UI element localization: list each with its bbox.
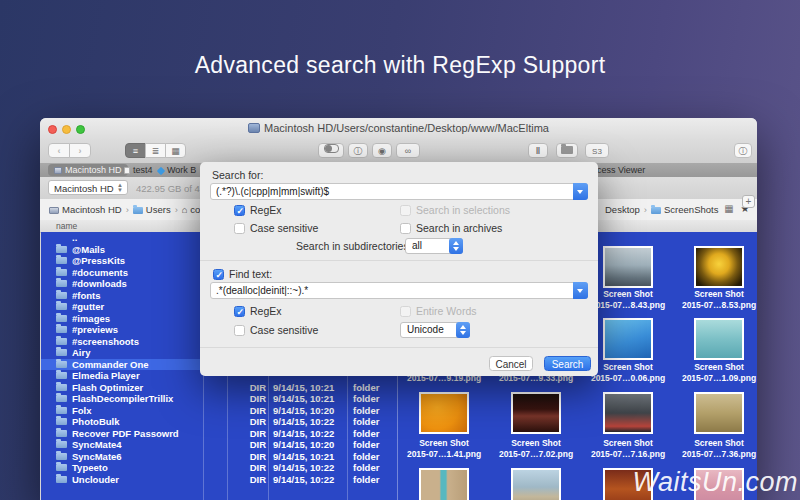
forward-button[interactable]: › (69, 143, 91, 158)
drive-selector[interactable]: Macintosh HD ▲▼ (48, 180, 128, 195)
search-in-selections-checkbox: Search in selections (400, 204, 510, 216)
find-text-checkbox[interactable]: Find text: (213, 268, 272, 280)
search-button[interactable]: Search (544, 356, 591, 371)
list-view-icon[interactable]: ≡ (125, 143, 146, 158)
canyon-photo[interactable] (419, 468, 469, 500)
folder-icon (56, 338, 67, 345)
file-name: Commander One (72, 359, 149, 371)
regex-checkbox[interactable]: RegEx (234, 204, 282, 216)
blue-person-photo[interactable] (603, 318, 653, 360)
file-size: DIR (227, 382, 266, 394)
checkbox-icon (400, 306, 411, 317)
file-kind: folder (353, 474, 379, 486)
file-row[interactable]: UnclouderDIR9/14/15, 10:22folder (41, 474, 397, 486)
file-row[interactable]: SyncMate4DIR9/14/15, 10:20folder (41, 439, 397, 451)
landscape-photo[interactable] (511, 468, 561, 500)
cancel-button[interactable]: Cancel (489, 356, 533, 371)
disk-icon (248, 123, 260, 133)
folder-icon (56, 361, 67, 368)
regex2-checkbox[interactable]: RegEx (234, 305, 282, 317)
folder-icon (56, 280, 67, 287)
swimmer-photo[interactable] (694, 318, 744, 360)
search-in-archives-checkbox[interactable]: Search in archives (400, 222, 502, 234)
case-sensitive-checkbox[interactable]: Case sensitive (234, 222, 318, 234)
detail-view-icon[interactable]: ≣ (145, 143, 166, 158)
subdirectories-dropdown[interactable]: all (405, 238, 463, 254)
folder-icon (56, 257, 67, 264)
folder-icon (56, 476, 67, 483)
stepper-icon[interactable] (456, 322, 470, 338)
file-row[interactable]: Recover PDF PassowrdDIR9/14/15, 10:22fol… (41, 428, 397, 440)
checkbox-icon[interactable] (234, 306, 245, 317)
stepper-icon[interactable] (449, 238, 463, 254)
thumbnail-caption: Screen Shot2015-07…8.53.png (674, 289, 757, 311)
folder-icon (56, 464, 67, 471)
file-name: #gutter (72, 301, 104, 313)
case-sensitive2-checkbox[interactable]: Case sensitive (234, 324, 318, 336)
checkbox-icon[interactable] (234, 325, 245, 336)
file-size: DIR (227, 474, 266, 486)
search-for-input[interactable]: (.*?)\.(c|cpp|m|mm|swift)$ (210, 183, 588, 200)
column-header-name[interactable]: name (40, 221, 77, 231)
folder-icon (56, 372, 67, 379)
file-size: DIR (227, 393, 266, 405)
binoculars-icon[interactable]: ∞ (396, 143, 420, 158)
folder-icon (56, 303, 67, 310)
file-name: Recover PDF Passowrd (72, 428, 179, 440)
desk-photo[interactable] (603, 392, 653, 434)
toggle-icon[interactable] (318, 143, 344, 158)
file-row[interactable]: PhotoBulkDIR9/14/15, 10:22folder (41, 416, 397, 428)
file-date: 9/14/15, 10:21 (273, 382, 334, 394)
checkbox-icon[interactable] (234, 223, 245, 234)
file-row[interactable]: Flash OptimizerDIR9/14/15, 10:21folder (41, 382, 397, 394)
grid-view-icon[interactable]: ▦ (165, 143, 186, 158)
checkbox-icon[interactable] (234, 205, 245, 216)
find-text-input[interactable]: .*(dealloc|deinit|::~).* (210, 282, 588, 299)
wheat-photo[interactable] (694, 392, 744, 434)
add-tab-button[interactable]: + (742, 195, 755, 208)
chevron-down-icon[interactable] (573, 282, 588, 299)
info-icon[interactable]: ⓘ (348, 143, 368, 158)
oranges-photo[interactable] (419, 392, 469, 434)
chevron-down-icon[interactable] (573, 183, 588, 200)
file-size: DIR (227, 439, 266, 451)
file-size: DIR (227, 462, 266, 474)
file-name: Elmedia Player (72, 370, 140, 382)
folder-icon[interactable] (556, 143, 578, 158)
file-date: 9/14/15, 10:21 (273, 393, 334, 405)
folder-icon (56, 430, 67, 437)
encoding-dropdown[interactable]: Unicode (400, 322, 470, 338)
file-row[interactable]: TypeetoDIR9/14/15, 10:22folder (41, 462, 397, 474)
back-button[interactable]: ‹ (48, 143, 70, 158)
file-row[interactable]: FlashDecompilerTrillixDIR9/14/15, 10:21f… (41, 393, 397, 405)
file-kind: folder (353, 416, 379, 428)
bacon-photo[interactable] (511, 392, 561, 434)
checkbox-icon[interactable] (400, 223, 411, 234)
document-icon (124, 167, 130, 174)
file-date: 9/14/15, 10:22 (273, 474, 334, 486)
file-date: 9/14/15, 10:22 (273, 428, 334, 440)
s3-icon[interactable]: S3 (585, 143, 609, 158)
file-name: @PressKits (72, 255, 125, 267)
queue-pause-icon[interactable]: ‖ (528, 143, 548, 158)
file-kind: folder (353, 451, 379, 463)
tab-macintosh-hd[interactable]: Macintosh HD (48, 164, 128, 176)
tab-work-b[interactable]: Work B (152, 164, 202, 176)
get-info-icon[interactable]: ⓘ (734, 143, 752, 158)
file-kind: folder (353, 393, 379, 405)
checkbox-icon (400, 205, 411, 216)
grid-view-icon[interactable]: ▦ (722, 202, 736, 216)
eye-icon[interactable]: ◉ (372, 143, 392, 158)
file-name: Flash Optimizer (72, 382, 143, 394)
file-row[interactable]: SyncMate6DIR9/14/15, 10:21folder (41, 451, 397, 463)
thumbnail-caption: Screen Shot2015-07…7.36.png (674, 438, 757, 460)
file-size: DIR (227, 416, 266, 428)
thumbnail-caption: Screen Shot2015-07…1.41.png (399, 438, 489, 460)
checkbox-icon[interactable] (213, 269, 224, 280)
breadcrumb-right[interactable]: Desktop›ScreenShots (605, 199, 718, 220)
yellow-car-photo[interactable] (694, 246, 744, 288)
file-name: Unclouder (72, 474, 119, 486)
search-for-label: Search for: (212, 169, 263, 181)
city-skyline-photo[interactable] (603, 246, 653, 288)
file-row[interactable]: FolxDIR9/14/15, 10:20folder (41, 405, 397, 417)
